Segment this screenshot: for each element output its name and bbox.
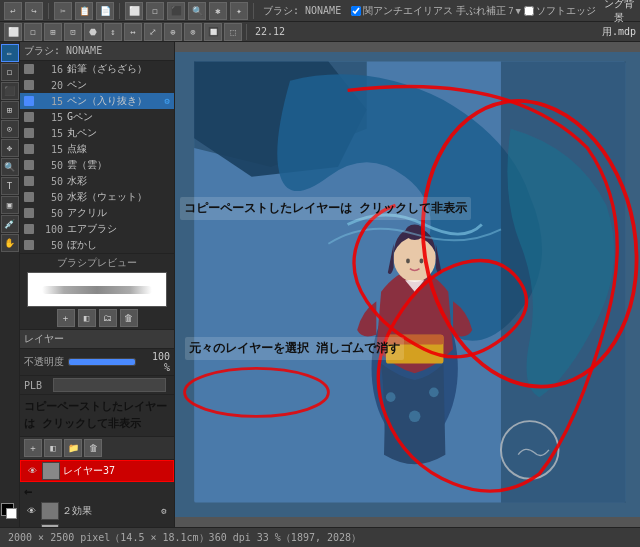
brush-item-11[interactable]: 50 ぼかし: [20, 237, 174, 253]
bg-color-swatch[interactable]: [6, 508, 17, 519]
brush-item-6[interactable]: 50 雲（雲）: [20, 157, 174, 173]
brush-dot-1: [24, 80, 34, 90]
brush-size-8: 50: [38, 192, 63, 203]
svg-point-10: [386, 392, 396, 402]
brush-item-2[interactable]: 15 ペン（入り抜き） ⚙: [20, 93, 174, 109]
layer-icon-4[interactable]: 🗑: [84, 439, 102, 457]
annotation-line-2: 元々のレイヤーを選択 消しゴムで消す: [189, 339, 400, 358]
brush-label: ブラシ: NONAME: [259, 4, 345, 18]
toolbar-icon-9[interactable]: 🔍: [188, 2, 206, 20]
brush-preview-label: ブラシプレビュー: [22, 256, 172, 270]
toolbar-icon-3[interactable]: ✂: [54, 2, 72, 20]
brush-size-2: 15: [38, 96, 63, 107]
tool-zoom[interactable]: 🔍: [1, 158, 19, 176]
brush-dot-7: [24, 176, 34, 186]
arrow-annotation: ←: [24, 483, 32, 499]
toolbar-icon-10[interactable]: ✱: [209, 2, 227, 20]
toolbar-icon-1[interactable]: ↩: [4, 2, 22, 20]
tool-icon-6[interactable]: ↕: [104, 23, 122, 41]
tool-select[interactable]: ⊞: [1, 101, 19, 119]
layer-item-1[interactable]: 👁 ２効果 ⚙: [20, 500, 174, 522]
brush-dot-0: [24, 64, 34, 74]
blend-dropdown[interactable]: [53, 378, 166, 392]
brush-dot-6: [24, 160, 34, 170]
brush-item-4[interactable]: 15 丸ペン: [20, 125, 174, 141]
tool-eraser[interactable]: ◻: [1, 63, 19, 81]
tool-icon-12[interactable]: ⬚: [224, 23, 242, 41]
tool-icon-8[interactable]: ⤢: [144, 23, 162, 41]
layer-item-0[interactable]: 👁 レイヤー37: [20, 460, 174, 482]
layer-icon-1[interactable]: +: [24, 439, 42, 457]
brush-dot-2: [24, 96, 34, 106]
brush-item-8[interactable]: 50 水彩（ウェット）: [20, 189, 174, 205]
opacity-label: 不透明度: [24, 355, 64, 369]
brush-settings-icon[interactable]: ⚙: [165, 96, 170, 106]
svg-point-6: [406, 259, 410, 264]
layer-eye-2[interactable]: 👁: [24, 526, 38, 528]
layer-icon-2[interactable]: ◧: [44, 439, 62, 457]
canvas-annotation-2: 元々のレイヤーを選択 消しゴムで消す: [185, 337, 404, 360]
tool-icon-9[interactable]: ⊕: [164, 23, 182, 41]
brush-name-3: Gペン: [67, 110, 170, 124]
tool-lasso[interactable]: ⊙: [1, 120, 19, 138]
toolbar-icon-4[interactable]: 📋: [75, 2, 93, 20]
brush-dot-4: [24, 128, 34, 138]
tool-icon-2[interactable]: ◻: [24, 23, 42, 41]
layer-icon-3[interactable]: 📁: [64, 439, 82, 457]
brush-item-0[interactable]: 16 鉛筆（ざらざら）: [20, 61, 174, 77]
brush-item-3[interactable]: 15 Gペン: [20, 109, 174, 125]
tool-text[interactable]: T: [1, 177, 19, 195]
layer-eye-0[interactable]: 👁: [25, 464, 39, 478]
soft-edge-check[interactable]: ソフトエッジ: [524, 4, 596, 18]
brush-item-9[interactable]: 50 アクリル: [20, 205, 174, 221]
toolbar-icon-7[interactable]: ◻: [146, 2, 164, 20]
layer-eye-1[interactable]: 👁: [24, 504, 38, 518]
preview-icon-2[interactable]: ◧: [78, 309, 96, 327]
toolbar-icon-5[interactable]: 📄: [96, 2, 114, 20]
annotation-copy-paste-text: コピーペーストしたレイヤーは クリックして非表示: [24, 400, 167, 430]
layer-name-1: ２効果: [62, 504, 155, 518]
tool-hand[interactable]: ✋: [1, 234, 19, 252]
tool-brush[interactable]: ✏: [1, 44, 19, 62]
anti-alias-check[interactable]: 関アンチエイリアス: [351, 4, 453, 18]
preview-icon-3[interactable]: 🗂: [99, 309, 117, 327]
top-toolbar: ↩ ↪ ✂ 📋 📄 ⬜ ◻ ⬛ 🔍 ✱ ✦ ブラシ: NONAME 関アンチエイ…: [0, 0, 640, 22]
separator-1: [48, 3, 49, 19]
toolbar-icon-8[interactable]: ⬛: [167, 2, 185, 20]
tool-move[interactable]: ✥: [1, 139, 19, 157]
tool-icon-11[interactable]: 🔲: [204, 23, 222, 41]
brush-name-4: 丸ペン: [67, 126, 170, 140]
brush-item-1[interactable]: 20 ペン: [20, 77, 174, 93]
brush-size-6: 50: [38, 160, 63, 171]
brush-size-5: 15: [38, 144, 63, 155]
layer-thumb-2: [41, 524, 59, 528]
main-layout: ✏ ◻ ⬛ ⊞ ⊙ ✥ 🔍 T ▣ 💉 ✋ ブラシ: NONAME 16 鉛筆（…: [0, 42, 640, 527]
brush-item-5[interactable]: 15 点線: [20, 141, 174, 157]
brush-item-7[interactable]: 50 水彩: [20, 173, 174, 189]
tool-icon-1[interactable]: ⬜: [4, 23, 22, 41]
tool-fill[interactable]: ⬛: [1, 82, 19, 100]
layer-gear-1[interactable]: ⚙: [158, 505, 170, 517]
tool-icon-7[interactable]: ↔: [124, 23, 142, 41]
tool-eyedrop[interactable]: 💉: [1, 215, 19, 233]
tool-icon-3[interactable]: ⊞: [44, 23, 62, 41]
brush-size-0: 16: [38, 64, 63, 75]
toolbar-icon-11[interactable]: ✦: [230, 2, 248, 20]
tool-icon-5[interactable]: ⬣: [84, 23, 102, 41]
opacity-bar[interactable]: [68, 358, 136, 366]
second-toolbar: ⬜ ◻ ⊞ ⊡ ⬣ ↕ ↔ ⤢ ⊕ ⊗ 🔲 ⬚ 22.12: [0, 22, 640, 42]
toolbar-icon-2[interactable]: ↪: [25, 2, 43, 20]
brush-dot-10: [24, 224, 34, 234]
brush-item-10[interactable]: 100 エアブラシ: [20, 221, 174, 237]
opacity-fill: [69, 359, 135, 365]
tool-gradient[interactable]: ▣: [1, 196, 19, 214]
blend-row: PLB: [20, 376, 174, 395]
layer-item-2[interactable]: 👁 1: [20, 522, 174, 527]
tool-icon-10[interactable]: ⊗: [184, 23, 202, 41]
preview-icon-4[interactable]: 🗑: [120, 309, 138, 327]
tool-icon-4[interactable]: ⊡: [64, 23, 82, 41]
preview-icon-1[interactable]: +: [57, 309, 75, 327]
hand-correction-check[interactable]: 手ぶれ補正 7 ▼: [456, 4, 521, 18]
opacity-row: 不透明度 100 %: [20, 349, 174, 376]
toolbar-icon-6[interactable]: ⬜: [125, 2, 143, 20]
